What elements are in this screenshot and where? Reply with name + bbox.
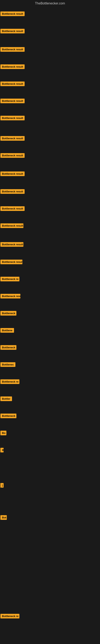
bottleneck-row-23: Bottleneck (0, 414, 100, 425)
bottleneck-badge-14[interactable]: Bottleneck result (0, 260, 22, 264)
bottleneck-badge-6[interactable]: Bottleneck result (0, 116, 25, 120)
bottleneck-row-26: | (0, 483, 100, 494)
bottleneck-badge-22[interactable]: Bottler (0, 396, 12, 401)
bottleneck-row-14: Bottleneck result (0, 260, 100, 271)
bottleneck-row-10: Bottleneck result (0, 189, 100, 200)
bottleneck-row-28: Bottleneck re (0, 614, 100, 625)
bottleneck-badge-13[interactable]: Bottleneck result (0, 242, 23, 247)
bottleneck-badge-0[interactable]: Bottleneck result (0, 12, 25, 16)
bottleneck-row-15: Bottleneck re (0, 277, 100, 288)
bottleneck-row-12: Bottleneck result (0, 224, 100, 234)
bottleneck-badge-2[interactable]: Bottleneck result (0, 47, 25, 52)
bottleneck-badge-4[interactable]: Bottleneck result (0, 82, 25, 86)
bottleneck-row-6: Bottleneck result (0, 116, 100, 127)
bottleneck-row-7: Bottleneck result (0, 136, 100, 147)
bottleneck-row-18: Bottlene (0, 328, 100, 339)
bottleneck-badge-25[interactable]: B (0, 448, 3, 452)
bottleneck-badge-28[interactable]: Bottleneck re (0, 614, 19, 618)
bottleneck-badge-9[interactable]: Bottleneck result (0, 172, 25, 176)
bottleneck-row-4: Bottleneck result (0, 82, 100, 92)
bottleneck-row-3: Bottleneck result (0, 64, 100, 76)
site-title: TheBottlenecker.com (0, 0, 100, 7)
bottleneck-badge-21[interactable]: Bottleneck re (0, 379, 19, 384)
bottleneck-row-9: Bottleneck result (0, 172, 100, 182)
bottleneck-row-2: Bottleneck result (0, 47, 100, 58)
bottleneck-row-27: Bot (0, 515, 100, 526)
bottleneck-badge-10[interactable]: Bottleneck result (0, 189, 25, 194)
bottleneck-badge-7[interactable]: Bottleneck result (0, 136, 25, 141)
bottleneck-row-17: Bottleneck (0, 311, 100, 322)
bottleneck-badge-11[interactable]: Bottleneck result (0, 206, 25, 211)
bottleneck-badge-19[interactable]: Bottleneck (0, 345, 16, 350)
bottleneck-badge-12[interactable]: Bottleneck result (0, 224, 23, 228)
bottleneck-badge-26[interactable]: | (0, 483, 3, 488)
bottleneck-row-0: Bottleneck result (0, 12, 100, 22)
bottleneck-row-24: Bo (0, 431, 100, 442)
bottleneck-row-11: Bottleneck result (0, 206, 100, 217)
bottleneck-row-21: Bottleneck re (0, 379, 100, 390)
bottleneck-row-19: Bottleneck (0, 345, 100, 356)
bottleneck-badge-5[interactable]: Bottleneck result (0, 98, 25, 103)
bottleneck-badge-27[interactable]: Bot (0, 515, 7, 520)
bottleneck-badge-23[interactable]: Bottleneck (0, 414, 16, 418)
bottleneck-badge-20[interactable]: Bottlenec (0, 362, 15, 367)
bottleneck-badge-16[interactable]: Bottleneck resu (0, 294, 20, 298)
bottleneck-badge-24[interactable]: Bo (0, 431, 6, 435)
bottleneck-badge-17[interactable]: Bottleneck (0, 311, 16, 316)
bottleneck-row-20: Bottlenec (0, 362, 100, 373)
bottleneck-badge-1[interactable]: Bottleneck result (0, 29, 25, 34)
bottleneck-row-1: Bottleneck result (0, 29, 100, 40)
bottleneck-row-5: Bottleneck result (0, 98, 100, 110)
bottleneck-row-8: Bottleneck result (0, 153, 100, 164)
bottleneck-badge-15[interactable]: Bottleneck re (0, 277, 19, 281)
bottleneck-row-13: Bottleneck result (0, 242, 100, 253)
bottleneck-badge-3[interactable]: Bottleneck result (0, 64, 25, 69)
bottleneck-row-22: Bottler (0, 396, 100, 408)
bottleneck-badge-18[interactable]: Bottlene (0, 328, 14, 333)
bottleneck-row-25: B (0, 448, 100, 459)
bottleneck-badge-8[interactable]: Bottleneck result (0, 153, 25, 158)
bottleneck-row-16: Bottleneck resu (0, 294, 100, 305)
